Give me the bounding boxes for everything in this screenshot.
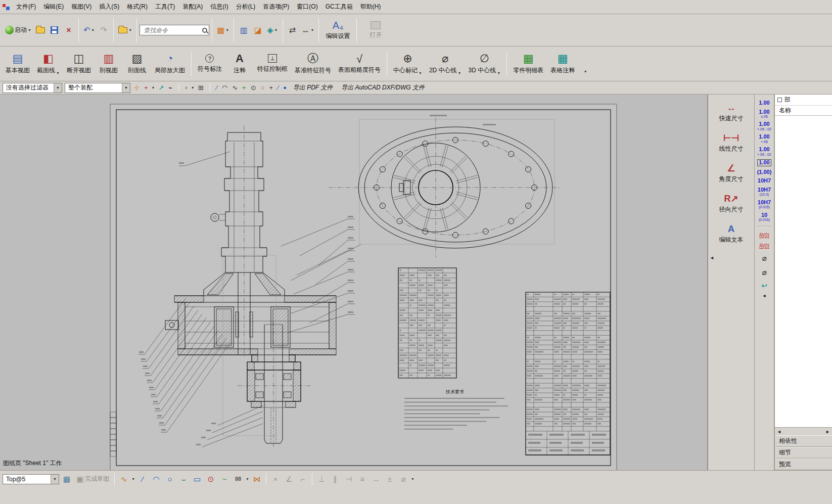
base-view-button[interactable]: ▤ 基本视图 [2,48,33,79]
radial-dimension-button[interactable]: R↗ 径向尺寸 [710,189,752,219]
horizontal-constraint-icon[interactable]: ↔ [370,473,382,485]
equal-constraint-icon[interactable]: ≡ [356,473,368,485]
dim-value-item-selected[interactable]: 1.00 [757,159,771,166]
quick-dimension-button[interactable]: ↔ 快速尺寸 [710,98,752,128]
scroll-left-arrow-icon[interactable]: ◄ [762,293,767,298]
grid-snap-icon[interactable]: ⊞ [197,84,205,91]
menu-format[interactable]: 格式(R) [123,0,151,14]
search-input[interactable] [144,27,197,34]
open-file-button[interactable] [33,23,48,38]
sketch-line-icon[interactable]: ∕ [136,473,149,485]
dim-value-item[interactable]: 10H7 (10.0) [758,187,771,197]
sketch-rectangle-icon[interactable]: ▭ [191,473,203,485]
sketch-circle-icon[interactable]: ○ [164,473,176,485]
drawing-canvas[interactable]: 技术要求 图纸页 "Sheet 1" 工作 [0,95,708,470]
center-mark-button[interactable]: ⊕ 中心标记 ▼ [390,48,426,79]
snap-brush-icon[interactable]: ⌁ [167,84,173,91]
linear-dimension-button[interactable]: ⊢⊣ 线性尺寸 [710,128,752,158]
recent-files-button[interactable]: ▼ [116,23,134,38]
surface-finish-button[interactable]: √ 表面粗糙度符号 [335,48,384,79]
edit-settings-button[interactable]: A₄ 编辑设置 [321,16,354,44]
name-column-header[interactable]: 名称 [775,106,832,116]
view-orientation-dropdown[interactable]: Top@5 ▼ [3,474,59,484]
centerline-3d-button[interactable]: ∅ 3D 中心线 ▼ [465,48,504,79]
scroll-right-arrow-icon[interactable]: ► [825,429,830,434]
dim-value-item[interactable]: 10H7 (0.015) [758,200,771,209]
radius-value-item[interactable]: R(0) [759,243,769,249]
snap-spline-icon[interactable]: ∿ [231,84,239,91]
snap-angle-icon[interactable]: ∕ [276,84,280,91]
finish-sketch-button[interactable]: ▣ 完成草图 [74,472,111,487]
perpendicular-constraint-icon[interactable]: ⊥ [315,473,328,485]
dim-value-item[interactable]: 10 (0.015) [759,212,770,222]
detail-view-button[interactable]: ◔ 局部放大图 [151,48,189,79]
selection-scope-dropdown[interactable]: 整个装配 ▼ [65,83,130,93]
preview-section-header[interactable]: 预览 [775,459,832,470]
make-corner-icon[interactable]: ⌐ [297,473,309,485]
selection-filter-dropdown[interactable]: 没有选择过滤器 ▼ [3,83,62,93]
start-button[interactable]: 启动 ▼ [3,23,33,38]
snap-arrow-icon[interactable]: ↗ [157,84,165,91]
snap-circle-icon[interactable]: ○ [260,84,266,91]
export-dxf-dwg-button[interactable]: 导出 AutoCAD DXF/DWG 文件 [338,83,428,92]
measure-button[interactable]: ⇄ [286,23,300,38]
sketch-spline-icon[interactable]: ~ [218,473,230,485]
rectangle-select-icon[interactable]: ▫ [184,84,189,91]
snap-center-icon[interactable]: ⊙ [250,84,257,91]
dim-value-item[interactable]: 1.00 [759,100,769,106]
menu-tools[interactable]: 工具(T) [152,0,178,14]
sketch-grid-icon[interactable]: ▦ [61,473,73,485]
menu-information[interactable]: 信息(I) [207,0,232,14]
scroll-left-arrow-icon[interactable]: ◄ [777,429,781,434]
measure-distance-button[interactable]: ↔ ▼ [300,23,316,38]
dim-value-item[interactable]: 10H7 [758,178,771,184]
snap-point-icon[interactable]: + [143,84,149,91]
centerline-2d-button[interactable]: ⌀ 2D 中心线 ▼ [426,48,465,79]
close-button[interactable]: × [62,23,76,38]
snap-intersection-icon[interactable]: + [241,84,247,91]
toolbar-overflow-button[interactable]: ▼ [578,64,592,79]
section-view-button[interactable]: ▥ 剖视图 [95,48,123,79]
snap-line-icon[interactable]: ∕ [215,84,218,91]
dimension-constraint-icon[interactable]: ⊣ [343,473,355,485]
redo-button[interactable]: ↷ [97,23,111,38]
menu-analysis[interactable]: 分析(L) [233,0,259,14]
diameter-icon[interactable]: ⌀ [762,268,766,277]
feature-control-frame-button[interactable]: ⊥ 特征控制框 [254,48,291,79]
note-button[interactable]: A 注释 [225,48,254,79]
tabular-note-button[interactable]: ▦ 表格注释 [547,48,578,79]
menu-view[interactable]: 视图(V) [68,0,95,14]
sheet-display-button[interactable]: ▥ [237,23,251,38]
menu-edit[interactable]: 编辑(E) [40,0,67,14]
sketch-pattern-icon[interactable]: 88 [232,473,244,485]
open-big-button-disabled[interactable]: 打开 [359,16,392,44]
parallel-constraint-icon[interactable]: ∥ [329,473,341,485]
menu-window[interactable]: 窗口(O) [293,0,321,14]
angular-dimension-button[interactable]: ∠ 角度尺寸 [710,158,752,189]
datum-feature-button[interactable]: Ⓐ 基准特征符号 [291,48,335,79]
diameter-icon[interactable]: ⌀ [762,254,766,263]
hatch-button[interactable]: ▨ 剖面线 [123,48,151,79]
view-options-button[interactable]: ◈ ▼ [265,23,280,38]
sketch-arc-icon[interactable]: ◠ [150,473,162,485]
snap-ball-icon[interactable]: ● [282,84,288,91]
tolerance-icon[interactable]: ± [384,473,396,485]
navigator-tree-area[interactable] [775,116,832,427]
checkbox-icon[interactable] [777,98,782,102]
snap-arc-icon[interactable]: ◠ [221,84,228,91]
sketch-fillet-icon[interactable]: ⌣ [177,473,190,485]
dim-value-item[interactable]: 1.00 +.05 [759,134,769,144]
export-pdf-button[interactable]: 导出 PDF 文件 [290,83,336,92]
sketch-point-icon[interactable]: ⊙ [205,473,217,485]
section-line-button[interactable]: ◧ 截面线 ▼ [33,48,63,79]
dependencies-section-header[interactable]: 相依性 [775,435,832,447]
menu-preferences[interactable]: 首选项(P) [259,0,293,14]
radius-value-item[interactable]: R(0) [759,233,769,238]
symbol-callout-button[interactable]: ? 符号标注 [194,48,225,79]
menu-gc-toolbox[interactable]: GC工具箱 [322,0,356,14]
visualization-button[interactable]: ◪ [251,23,265,38]
search-icon[interactable] [202,28,207,33]
details-section-header[interactable]: 细节 [775,447,832,459]
drawing-sheet[interactable]: 技术要求 [0,95,708,470]
menu-file[interactable]: 文件(F) [13,0,39,14]
